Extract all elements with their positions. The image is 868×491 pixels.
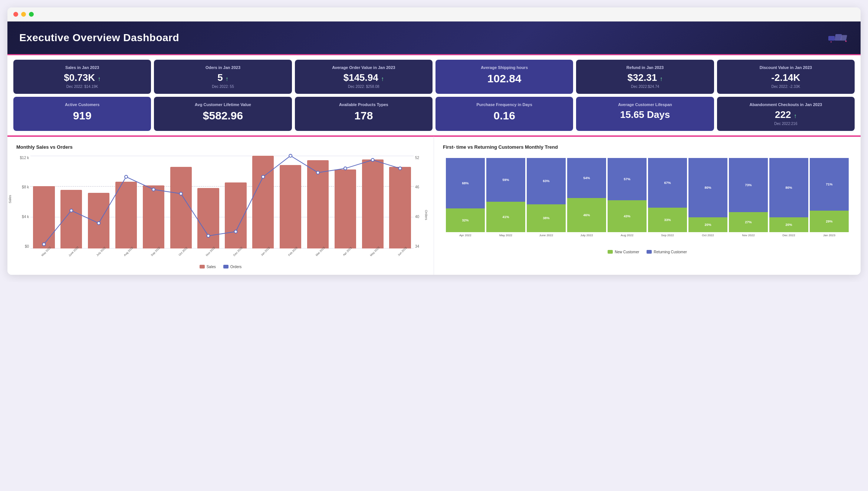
metric-active-customers-value: 919: [19, 109, 145, 122]
metric-pf-label: Purchase Frequency in Days: [441, 102, 567, 107]
bar-chart-title: Monthly Sales vs Orders: [16, 144, 425, 150]
sales-axis-label: Sales: [8, 195, 12, 204]
stacked-chart-title: First- time vs Returning Customers Month…: [443, 144, 852, 150]
bar-group: [167, 156, 194, 248]
metric-products-value: 178: [301, 109, 427, 122]
metric-discount-prev: Dec 2022: -2.33K: [723, 85, 849, 89]
bar-chart-area: May 2022June 2022July 2022Aug 2022Sep 20…: [30, 154, 414, 262]
stacked-chart-legend: New Customer Returning Customer: [443, 250, 852, 254]
metric-orders: Oders in Jan 2023 5 ↑ Dec 2022: 55: [154, 60, 292, 94]
bar-chart-legend: Sales Orders: [16, 265, 425, 269]
stacked-bar-group: 59%41%: [486, 158, 525, 232]
metric-pf-value: 0.16: [441, 109, 567, 122]
x-axis-labels: May 2022June 2022July 2022Aug 2022Sep 20…: [30, 248, 414, 262]
metric-products: Available Products Types 178: [295, 97, 433, 131]
orders-axis-label: Orders: [424, 210, 428, 220]
stacked-bar-group: 80%20%: [769, 158, 808, 232]
metric-lifespan-label: Average Customer Lifespan: [582, 102, 708, 107]
metric-clv-value: $582.96: [160, 109, 286, 122]
metric-lifespan-value: 15.65 Days: [582, 109, 708, 120]
metric-sales-label: Sales in Jan 2023: [19, 65, 145, 70]
stacked-bar-group: 54%46%: [567, 158, 606, 232]
metric-aov: Average Order Value in Jan 2023 $145.94 …: [295, 60, 433, 94]
metric-abandonment-value: 222 ↑: [723, 109, 849, 120]
header-decoration: [826, 30, 849, 45]
bar-group: [359, 156, 386, 248]
y-axis-sales: $12 k $8 k $4 k $0: [16, 154, 30, 262]
svg-rect-0: [828, 36, 835, 41]
metric-sales: Sales in Jan 2023 $0.73K ↑ Dec 2022: $14…: [13, 60, 151, 94]
bar-group: [195, 156, 222, 248]
bar-group: [387, 156, 414, 248]
minimize-button[interactable]: [21, 12, 26, 17]
legend-sales-swatch: [200, 265, 205, 268]
bar-group: [332, 156, 359, 248]
metric-aov-label: Average Order Value in Jan 2023: [301, 65, 427, 70]
bar-group: [58, 156, 85, 248]
svg-point-3: [831, 42, 832, 43]
legend-returning-label: Returning Customer: [654, 250, 687, 254]
metrics-section: Sales in Jan 2023 $0.73K ↑ Dec 2022: $14…: [7, 55, 861, 136]
metric-clv-label: Avg Customer Lifetime Value: [160, 102, 286, 107]
metric-shipping-value: 102.84: [441, 72, 567, 85]
metric-shipping-label: Average Shipping hours: [441, 65, 567, 70]
svg-point-4: [845, 40, 847, 42]
metric-shipping: Average Shipping hours 102.84: [435, 60, 573, 94]
legend-new-label: New Customer: [615, 250, 639, 254]
svg-rect-2: [841, 35, 847, 41]
metric-orders-value: 5 ↑: [160, 72, 286, 83]
metric-abandonment-prev: Dec 2022:216: [723, 122, 849, 126]
stacked-chart-area: 68%32%59%41%63%38%54%46%57%43%67%33%80%2…: [443, 154, 852, 247]
bar-chart-panel: Monthly Sales vs Orders $12 k $8 k $4 k …: [7, 136, 434, 275]
legend-new-customer: New Customer: [608, 250, 639, 254]
stacked-bar-group: 63%38%: [527, 158, 566, 232]
metric-active-customers-label: Active Customers: [19, 102, 145, 107]
stacked-bar-group: 57%43%: [608, 158, 647, 232]
dashboard-title: Executive Overview Dashboard: [19, 32, 179, 44]
metrics-row-1: Sales in Jan 2023 $0.73K ↑ Dec 2022: $14…: [13, 60, 855, 94]
metric-orders-label: Oders in Jan 2023: [160, 65, 286, 70]
bar-group: [140, 156, 167, 248]
metric-products-label: Available Products Types: [301, 102, 427, 107]
metric-abandonment: Abandonment Checkouts in Jan 2023 222 ↑ …: [717, 97, 855, 131]
stacked-bar-group: 67%33%: [648, 158, 687, 232]
bar-group: [250, 156, 277, 248]
bar-group: [305, 156, 332, 248]
metric-active-customers: Active Customers 919: [13, 97, 151, 131]
legend-returning-swatch: [647, 250, 652, 254]
legend-returning-customer: Returning Customer: [647, 250, 687, 254]
bar-group: [113, 156, 140, 248]
legend-new-swatch: [608, 250, 613, 254]
bar-group: [85, 156, 112, 248]
stacked-bar-group: 80%20%: [688, 158, 727, 232]
metric-sales-value: $0.73K ↑: [19, 72, 145, 83]
metric-refund: Refund in Jan 2023 $32.31 ↑ Dec 2022:$24…: [576, 60, 714, 94]
stacked-x-labels: Apr 2022May 2022June 2022July 2022Aug 20…: [446, 234, 849, 237]
metric-pf: Purchase Frequency in Days 0.16: [435, 97, 573, 131]
metric-orders-prev: Dec 2022: 55: [160, 85, 286, 89]
metric-refund-prev: Dec 2022:$24.74: [582, 85, 708, 89]
bars-container: [30, 156, 414, 248]
bar-group: [30, 156, 57, 248]
legend-orders-swatch: [223, 265, 228, 268]
bar-group: [222, 156, 249, 248]
header-icon: [826, 30, 849, 45]
metric-clv: Avg Customer Lifetime Value $582.96: [154, 97, 292, 131]
close-button[interactable]: [13, 12, 18, 17]
maximize-button[interactable]: [29, 12, 34, 17]
stacked-bar-group: 68%32%: [446, 158, 485, 232]
metric-aov-value: $145.94 ↑: [301, 72, 427, 83]
metric-sales-prev: Dec 2022: $14.19K: [19, 85, 145, 89]
metric-discount-label: Discount Value in Jan 2023: [723, 65, 849, 70]
window: Executive Overview Dashboard Sales in Ja…: [7, 7, 861, 275]
title-bar: [7, 7, 861, 22]
metric-discount-value: -2.14K: [723, 72, 849, 83]
bar-group: [277, 156, 304, 248]
stacked-chart-panel: First- time vs Returning Customers Month…: [434, 136, 861, 275]
stacked-bar-group: 73%27%: [729, 158, 768, 232]
metric-aov-prev: Dec 2022: $258.08: [301, 85, 427, 89]
metric-refund-value: $32.31 ↑: [582, 72, 708, 83]
metric-abandonment-label: Abandonment Checkouts in Jan 2023: [723, 102, 849, 107]
metric-lifespan: Average Customer Lifespan 15.65 Days: [576, 97, 714, 131]
metric-refund-label: Refund in Jan 2023: [582, 65, 708, 70]
